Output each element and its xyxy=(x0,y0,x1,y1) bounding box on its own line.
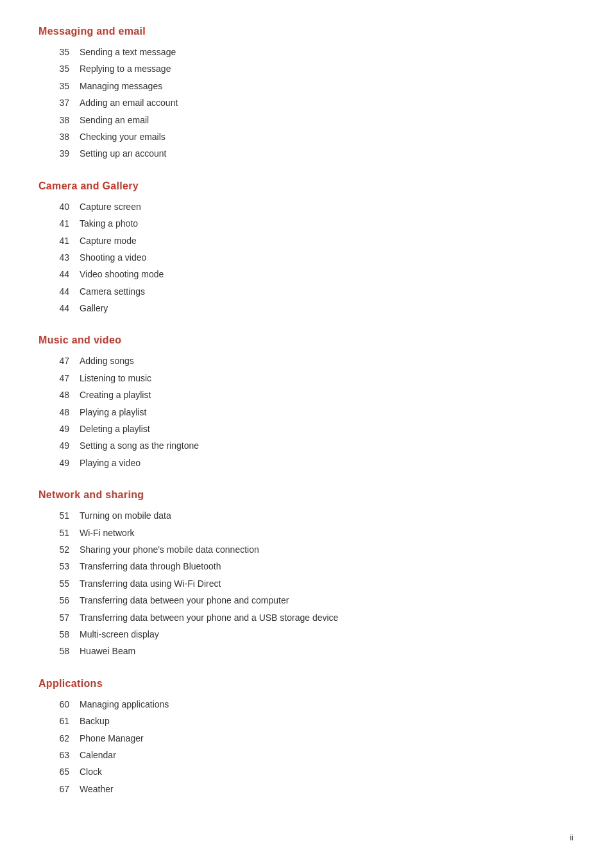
toc-page-number: 48 xyxy=(38,405,69,419)
toc-page-number: 39 xyxy=(38,146,69,161)
section-title-network-sharing: Network and sharing xyxy=(38,489,574,501)
toc-page-number: 55 xyxy=(38,577,69,591)
toc-page-number: 52 xyxy=(38,542,69,557)
toc-page-number: 61 xyxy=(38,714,69,728)
toc-page-number: 35 xyxy=(38,45,69,59)
toc-item-label: Clock xyxy=(80,765,102,779)
toc-page-number: 35 xyxy=(38,79,69,93)
toc-page-number: 62 xyxy=(38,731,69,745)
list-item: 35Managing messages xyxy=(38,78,574,94)
section-music-video: Music and video47Adding songs47Listening… xyxy=(38,334,574,471)
toc-item-label: Transferring data through Bluetooth xyxy=(80,559,221,573)
toc-page-number: 65 xyxy=(38,765,69,779)
toc-item-label: Phone Manager xyxy=(80,731,144,745)
toc-item-label: Camera settings xyxy=(80,284,145,299)
list-item: 65Clock xyxy=(38,763,574,780)
toc-list-camera-gallery: 40Capture screen41Taking a photo41Captur… xyxy=(38,198,574,317)
list-item: 56Transferring data between your phone a… xyxy=(38,592,574,609)
list-item: 41Taking a photo xyxy=(38,215,574,232)
toc-page-number: 51 xyxy=(38,508,69,523)
list-item: 51Wi-Fi network xyxy=(38,525,574,541)
toc-page-number: 47 xyxy=(38,354,69,368)
list-item: 58Multi-screen display xyxy=(38,626,574,643)
list-item: 38Sending an email xyxy=(38,112,574,128)
toc-item-label: Playing a playlist xyxy=(80,405,146,419)
toc-page-number: 38 xyxy=(38,130,69,144)
section-title-applications: Applications xyxy=(38,678,574,690)
toc-page-number: 41 xyxy=(38,216,69,230)
list-item: 48Playing a playlist xyxy=(38,404,574,421)
list-item: 55Transferring data using Wi-Fi Direct xyxy=(38,575,574,592)
toc-item-label: Capture screen xyxy=(80,200,141,214)
list-item: 62Phone Manager xyxy=(38,730,574,747)
toc-item-label: Playing a video xyxy=(80,456,140,470)
section-camera-gallery: Camera and Gallery40Capture screen41Taki… xyxy=(38,180,574,317)
toc-list-applications: 60Managing applications61Backup62Phone M… xyxy=(38,696,574,797)
list-item: 37Adding an email account xyxy=(38,94,574,111)
toc-page-number: 44 xyxy=(38,284,69,299)
toc-page-number: 58 xyxy=(38,644,69,658)
toc-page-number: 49 xyxy=(38,422,69,436)
toc-page-number: 51 xyxy=(38,526,69,540)
toc-item-label: Setting a song as the ringtone xyxy=(80,438,199,453)
toc-item-label: Shooting a video xyxy=(80,250,146,265)
toc-item-label: Video shooting mode xyxy=(80,267,164,281)
toc-page-number: 44 xyxy=(38,301,69,315)
toc-item-label: Sending a text message xyxy=(80,45,176,59)
list-item: 47Adding songs xyxy=(38,352,574,369)
toc-item-label: Transferring data between your phone and… xyxy=(80,593,289,607)
toc-item-label: Sharing your phone's mobile data connect… xyxy=(80,542,259,557)
toc-item-label: Replying to a message xyxy=(80,62,171,76)
list-item: 48Creating a playlist xyxy=(38,386,574,403)
toc-item-label: Taking a photo xyxy=(80,216,138,230)
list-item: 58Huawei Beam xyxy=(38,643,574,659)
list-item: 49Deleting a playlist xyxy=(38,421,574,437)
list-item: 38Checking your emails xyxy=(38,128,574,145)
page-number: ii xyxy=(570,833,574,842)
toc-item-label: Creating a playlist xyxy=(80,388,151,402)
list-item: 60Managing applications xyxy=(38,696,574,713)
list-item: 39Setting up an account xyxy=(38,145,574,162)
toc-item-label: Multi-screen display xyxy=(80,627,159,641)
list-item: 35Replying to a message xyxy=(38,60,574,77)
list-item: 61Backup xyxy=(38,713,574,729)
list-item: 49Playing a video xyxy=(38,455,574,471)
list-item: 63Calendar xyxy=(38,747,574,763)
toc-page-number: 38 xyxy=(38,113,69,127)
list-item: 67Weather xyxy=(38,781,574,797)
toc-item-label: Checking your emails xyxy=(80,130,166,144)
section-messaging-email: Messaging and email35Sending a text mess… xyxy=(38,26,574,162)
section-title-music-video: Music and video xyxy=(38,334,574,346)
toc-item-label: Adding an email account xyxy=(80,96,178,110)
toc-item-label: Calendar xyxy=(80,748,116,762)
toc-page-number: 49 xyxy=(38,456,69,470)
toc-item-label: Capture mode xyxy=(80,234,137,248)
toc-item-label: Wi-Fi network xyxy=(80,526,135,540)
toc-item-label: Setting up an account xyxy=(80,146,166,161)
list-item: 44Gallery xyxy=(38,300,574,317)
list-item: 51Turning on mobile data xyxy=(38,507,574,524)
toc-item-label: Gallery xyxy=(80,301,108,315)
toc-item-label: Transferring data between your phone and… xyxy=(80,611,338,625)
toc-item-label: Managing messages xyxy=(80,79,162,93)
list-item: 52Sharing your phone's mobile data conne… xyxy=(38,541,574,558)
list-item: 35Sending a text message xyxy=(38,44,574,60)
toc-page-number: 40 xyxy=(38,200,69,214)
toc-item-label: Adding songs xyxy=(80,354,134,368)
toc-item-label: Weather xyxy=(80,782,114,796)
toc-container: Messaging and email35Sending a text mess… xyxy=(38,26,574,797)
toc-page-number: 49 xyxy=(38,438,69,453)
toc-list-network-sharing: 51Turning on mobile data51Wi-Fi network5… xyxy=(38,507,574,660)
toc-page-number: 56 xyxy=(38,593,69,607)
list-item: 43Shooting a video xyxy=(38,249,574,266)
toc-item-label: Listening to music xyxy=(80,371,151,385)
toc-page-number: 58 xyxy=(38,627,69,641)
toc-item-label: Deleting a playlist xyxy=(80,422,150,436)
toc-page-number: 37 xyxy=(38,96,69,110)
toc-item-label: Transferring data using Wi-Fi Direct xyxy=(80,577,221,591)
toc-page-number: 41 xyxy=(38,234,69,248)
list-item: 57Transferring data between your phone a… xyxy=(38,609,574,626)
toc-page-number: 60 xyxy=(38,697,69,711)
toc-item-label: Backup xyxy=(80,714,110,728)
section-title-camera-gallery: Camera and Gallery xyxy=(38,180,574,192)
